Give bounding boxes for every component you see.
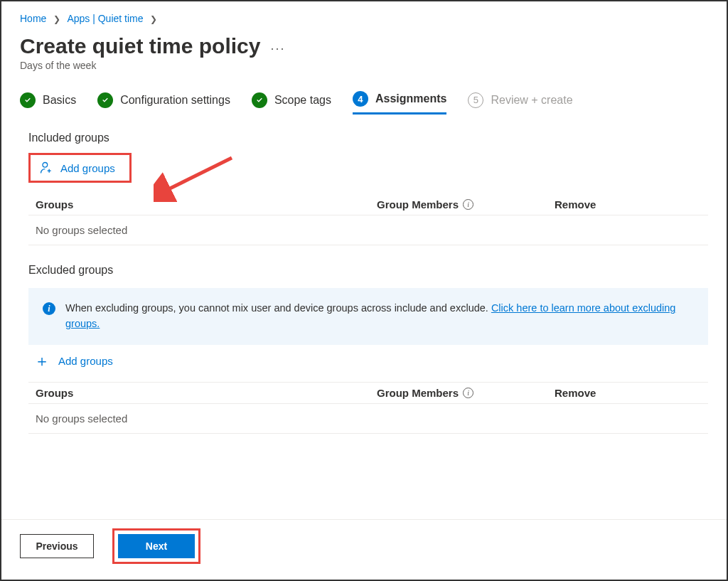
column-group-members: Group Members i [377, 198, 555, 210]
included-groups-heading: Included groups [28, 132, 708, 144]
page-subtitle: Days of the week [20, 60, 708, 71]
page-title: Create quiet time policy [20, 34, 260, 58]
info-icon: i [43, 302, 55, 315]
step-label: Review + create [491, 94, 572, 107]
info-icon[interactable]: i [463, 388, 473, 398]
chevron-right-icon: ❯ [53, 14, 60, 24]
column-group-members: Group Members i [377, 387, 555, 399]
step-label: Basics [43, 94, 76, 107]
plus-icon: ＋ [34, 353, 50, 369]
column-groups: Groups [36, 387, 377, 399]
add-included-groups-button[interactable]: Add groups [28, 153, 132, 183]
wizard-steps: Basics Configuration settings Scope tags… [1, 91, 727, 120]
excluded-groups-table: Groups Group Members i Remove No groups … [28, 382, 708, 434]
column-remove: Remove [555, 198, 701, 210]
breadcrumb-apps[interactable]: Apps | Quiet time [67, 13, 143, 24]
add-groups-label: Add groups [58, 355, 113, 367]
info-icon[interactable]: i [463, 199, 473, 210]
check-icon [252, 92, 267, 108]
add-excluded-groups-button[interactable]: ＋ Add groups [28, 353, 113, 369]
table-row-empty: No groups selected [28, 215, 708, 245]
step-label: Assignments [375, 92, 446, 105]
chevron-right-icon: ❯ [150, 14, 157, 24]
breadcrumb-home[interactable]: Home [20, 13, 46, 24]
add-user-icon [39, 161, 53, 175]
more-actions-button[interactable]: ··· [270, 36, 285, 56]
step-label: Scope tags [274, 94, 331, 107]
step-configuration-settings[interactable]: Configuration settings [97, 91, 230, 114]
previous-button[interactable]: Previous [20, 534, 94, 558]
column-remove: Remove [555, 387, 701, 399]
table-row-empty: No groups selected [28, 404, 708, 434]
annotation-highlight: Next [112, 528, 200, 564]
step-label: Configuration settings [120, 94, 230, 107]
step-number-icon: 4 [353, 91, 368, 107]
add-groups-label: Add groups [60, 162, 115, 174]
svg-point-0 [43, 163, 48, 168]
banner-text: When excluding groups, you cannot mix us… [65, 302, 491, 314]
breadcrumb: Home ❯ Apps | Quiet time ❯ [1, 1, 727, 28]
step-review-create[interactable]: 5 Review + create [468, 91, 572, 114]
wizard-footer: Previous Next [1, 519, 727, 580]
check-icon [97, 92, 113, 108]
included-groups-table: Groups Group Members i Remove No groups … [28, 194, 708, 245]
excluded-groups-heading: Excluded groups [28, 264, 708, 277]
column-groups: Groups [36, 198, 377, 210]
step-number-icon: 5 [468, 92, 483, 108]
step-basics[interactable]: Basics [20, 91, 76, 114]
step-scope-tags[interactable]: Scope tags [252, 91, 331, 114]
step-assignments[interactable]: 4 Assignments [353, 91, 446, 114]
info-banner: i When excluding groups, you cannot mix … [28, 288, 708, 345]
next-button[interactable]: Next [118, 534, 195, 558]
check-icon [20, 92, 36, 108]
